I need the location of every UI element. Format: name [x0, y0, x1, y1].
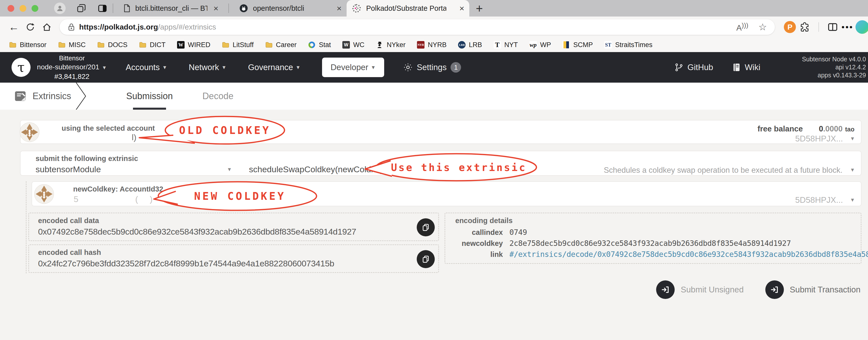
bookmark-stat[interactable]: Stat: [308, 41, 331, 49]
encoded-call-data-label: encoded call data: [38, 217, 99, 225]
bookmark-litstuff[interactable]: LitStuff: [222, 41, 254, 49]
newcoldkey-redacted-3: ): [150, 194, 153, 204]
method-select[interactable]: scheduleSwapColdkey(newColdkey): [249, 164, 387, 174]
browser-tab-github-btcli[interactable]: opentensor/btcli ×: [234, 0, 347, 17]
menu-network[interactable]: Network▼: [189, 63, 227, 72]
url-text[interactable]: https://polkadot.js.org/apps/#/extrinsic…: [79, 23, 216, 31]
chevron-down-icon: ▼: [222, 65, 227, 70]
extrinsics-icon: [14, 91, 26, 102]
method-dropdown-caret[interactable]: ▾: [851, 166, 854, 173]
window-close-button[interactable]: [7, 5, 14, 12]
sign-in-icon: [765, 280, 784, 299]
newcoldkey-address-short[interactable]: 5D58HPJX...: [795, 195, 843, 205]
bookmark-lrb[interactable]: LRBLRB: [458, 41, 482, 49]
folder-icon: [58, 41, 66, 49]
github-link[interactable]: GitHub: [674, 63, 713, 72]
bookmark-bittensor[interactable]: Bittensor: [9, 41, 46, 49]
submit-buttons: Submit Unsigned Submit Transaction: [656, 280, 861, 299]
bookmark-dict[interactable]: DICT: [139, 41, 165, 49]
newcoldkey-param-row: newColdkey: AccountId32 5 ( ) 5D58HPJX..…: [32, 181, 862, 206]
reload-button[interactable]: [23, 22, 37, 32]
browser-tab-polkadot-portal[interactable]: Polkadot/Substrate Portal ×: [347, 0, 469, 17]
chain-info[interactable]: Bittensor node-subtensor/201▼ #3,841,822: [36, 54, 108, 81]
copy-call-data-button[interactable]: [417, 218, 435, 236]
encoded-call-hash-label: encoded call hash: [38, 248, 101, 257]
node-version: Subtensor Node v4.0.0: [802, 55, 866, 63]
tab-groups-icon[interactable]: [76, 3, 87, 13]
chain-name: Bittensor: [36, 54, 108, 63]
bookmark-wired[interactable]: WWIRED: [177, 41, 210, 49]
straits-times-icon: ST: [604, 41, 612, 49]
bittensor-logo[interactable]: τ: [11, 58, 31, 77]
read-aloud-icon[interactable]: A))): [736, 22, 748, 33]
menu-accounts[interactable]: Accounts▼: [126, 63, 167, 72]
toolbar-divider: [818, 22, 819, 32]
bookmark-nyrb[interactable]: NYRNYRB: [417, 41, 446, 49]
account-redacted-value[interactable]: l): [132, 132, 136, 142]
tab-submission[interactable]: Submission: [126, 83, 173, 110]
stat-icon: [308, 41, 315, 49]
back-button[interactable]: ←: [6, 21, 21, 33]
encoding-details-box: encoding details callindex 0749 newcoldk…: [444, 213, 862, 264]
git-branch-icon: [674, 63, 683, 72]
chevron-down-icon: ▼: [162, 65, 167, 70]
bookmark-nyker[interactable]: NYker: [376, 41, 405, 49]
bookmark-wc[interactable]: WWC: [342, 41, 364, 49]
extrinsic-row: submit the following extrinsic subtensor…: [20, 151, 862, 176]
account-row: using the selected account l) free balan…: [20, 120, 862, 144]
tab-close-icon[interactable]: ×: [453, 3, 464, 13]
param-indent-guide: [26, 181, 27, 273]
wired-icon: W: [177, 41, 185, 49]
bookmark-career[interactable]: Career: [265, 41, 297, 49]
more-menu-icon[interactable]: •••: [841, 22, 854, 32]
copilot-icon[interactable]: [856, 20, 868, 34]
decode-link[interactable]: #/extrinsics/decode/0x07492c8e758dec5b9c…: [509, 250, 868, 259]
home-button[interactable]: [39, 22, 54, 32]
browser-tab-btcli-docs[interactable]: btcli.bittensor_cli — BTCLI Docs ×: [118, 0, 223, 17]
polkadot-extension-icon[interactable]: P: [784, 21, 796, 33]
url-bar[interactable]: https://polkadot.js.org/apps/#/extrinsic…: [60, 19, 775, 35]
bookmark-wp[interactable]: wpWP: [529, 41, 551, 49]
favorite-star-icon[interactable]: ☆: [758, 22, 767, 33]
bookmark-straitstimes[interactable]: STStraitsTimes: [604, 41, 652, 49]
wiki-link[interactable]: Wiki: [732, 63, 760, 72]
menu-developer[interactable]: Developer▼: [322, 58, 384, 77]
copy-call-hash-button[interactable]: [417, 250, 435, 268]
menu-settings[interactable]: Settings 1: [403, 62, 461, 72]
github-favicon: [239, 3, 248, 13]
bookmark-docs[interactable]: DOCS: [97, 41, 127, 49]
newcoldkey-redacted-1: 5: [74, 194, 79, 204]
window-minimize-button[interactable]: [20, 5, 26, 12]
settings-badge: 1: [451, 62, 461, 72]
extensions-puzzle-icon[interactable]: [798, 22, 811, 33]
sidebar-toggle-icon[interactable]: [97, 3, 108, 13]
tab-decode[interactable]: Decode: [203, 83, 234, 110]
split-screen-icon[interactable]: [826, 21, 839, 33]
extrinsics-subnav: Extrinsics Submission Decode: [0, 83, 868, 110]
tab-close-icon[interactable]: ×: [207, 3, 218, 13]
newcoldkey-dropdown-caret[interactable]: ▾: [851, 196, 854, 203]
account-dropdown-caret[interactable]: ▾: [851, 135, 854, 142]
submit-unsigned-button[interactable]: Submit Unsigned: [656, 280, 744, 299]
tab-divider: [113, 3, 113, 13]
bookmark-nyt[interactable]: TNYT: [494, 41, 518, 49]
bookmark-scmp[interactable]: SCMP: [562, 41, 593, 49]
module-select[interactable]: subtensorModule: [36, 164, 101, 174]
api-version: api v12.4.2: [802, 63, 866, 71]
new-tab-button[interactable]: +: [476, 1, 483, 15]
tab-close-icon[interactable]: ×: [331, 3, 342, 13]
section-title: Extrinsics: [14, 91, 71, 102]
menu-governance[interactable]: Governance▼: [248, 63, 301, 72]
account-identicon[interactable]: [20, 122, 39, 142]
profile-icon[interactable]: [54, 2, 66, 14]
polkadot-favicon: [351, 3, 362, 13]
person-icon: [56, 4, 64, 12]
document-icon: [123, 4, 131, 12]
submit-transaction-button[interactable]: Submit Transaction: [765, 280, 861, 299]
module-dropdown-caret[interactable]: ▾: [228, 166, 231, 173]
header-links: GitHub Wiki: [674, 63, 760, 72]
newcoldkey-identicon[interactable]: [34, 184, 54, 204]
account-address-short[interactable]: 5D58HPJX...: [795, 134, 843, 144]
bookmark-misc[interactable]: MISC: [58, 41, 86, 49]
window-zoom-button[interactable]: [32, 5, 38, 12]
